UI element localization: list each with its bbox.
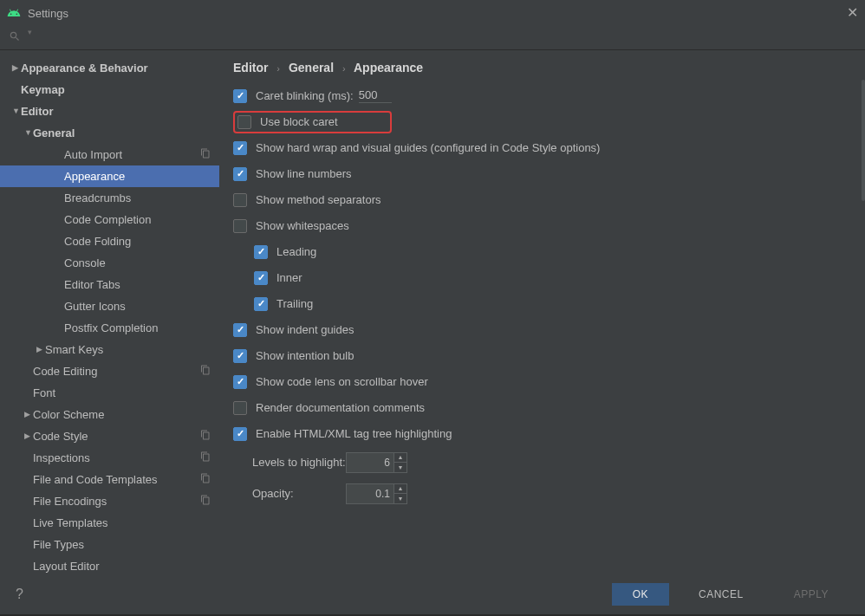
leading-checkbox[interactable] xyxy=(254,245,268,259)
spinner-up-icon[interactable]: ▲ xyxy=(394,484,406,494)
close-icon[interactable]: ✕ xyxy=(847,4,858,21)
opacity-label: Opacity: xyxy=(252,487,346,500)
sidebar-item-code-editing[interactable]: Code Editing xyxy=(0,360,219,382)
inner-checkbox[interactable] xyxy=(254,271,268,285)
window-title: Settings xyxy=(28,7,68,20)
show-intention-bulb-checkbox[interactable] xyxy=(233,349,247,363)
highlight-box: Use block caret xyxy=(233,111,392,133)
sidebar-item-label: Appearance xyxy=(64,170,125,183)
caret-right-icon xyxy=(24,410,33,418)
enable-html-label: Enable HTML/XML tag tree highlighting xyxy=(256,427,452,440)
main-panel: Editor › General › Appearance Caret blin… xyxy=(219,50,865,575)
sidebar-item-label: Editor xyxy=(21,105,54,118)
render-doc-checkbox[interactable] xyxy=(233,401,247,415)
render-doc-label: Render documentation comments xyxy=(256,401,425,414)
show-method-separators-label: Show method separators xyxy=(256,193,381,206)
sidebar-item-inspections[interactable]: Inspections xyxy=(0,447,219,469)
sidebar-item-label: Font xyxy=(33,386,55,399)
android-icon xyxy=(7,6,21,20)
sidebar-item-label: General xyxy=(33,126,75,139)
sidebar-item-file-encodings[interactable]: File Encodings xyxy=(0,490,219,512)
sidebar-item-label: Editor Tabs xyxy=(64,278,120,291)
copy-icon[interactable] xyxy=(200,451,211,464)
caret-down-icon xyxy=(24,128,33,137)
sidebar-item-label: Inspections xyxy=(33,451,90,464)
sidebar-item-general[interactable]: General xyxy=(0,122,219,144)
show-line-numbers-checkbox[interactable] xyxy=(233,167,247,181)
sidebar-item-code-folding[interactable]: Code Folding xyxy=(0,230,219,252)
sidebar-item-code-completion[interactable]: Code Completion xyxy=(0,209,219,230)
enable-html-checkbox[interactable] xyxy=(233,427,247,441)
show-line-numbers-label: Show line numbers xyxy=(256,167,352,180)
chevron-right-icon: › xyxy=(342,63,346,74)
levels-label: Levels to highlight: xyxy=(252,456,346,469)
settings-sidebar[interactable]: Appearance & BehaviorKeymapEditorGeneral… xyxy=(0,50,219,575)
sidebar-item-font[interactable]: Font xyxy=(0,382,219,404)
sidebar-item-smart-keys[interactable]: Smart Keys xyxy=(0,339,219,360)
sidebar-item-label: Gutter Icons xyxy=(64,300,126,313)
caret-blinking-label: Caret blinking (ms): xyxy=(256,89,354,102)
leading-row: Leading xyxy=(233,239,851,265)
spinner-up-icon[interactable]: ▲ xyxy=(394,453,406,463)
scrollbar[interactable] xyxy=(862,80,865,575)
enable-html-row: Enable HTML/XML tag tree highlighting xyxy=(233,421,851,447)
sidebar-item-gutter-icons[interactable]: Gutter Icons xyxy=(0,295,219,317)
show-method-separators-checkbox[interactable] xyxy=(233,193,247,207)
show-hard-wrap-label: Show hard wrap and visual guides (config… xyxy=(256,141,600,154)
copy-icon[interactable] xyxy=(200,473,211,486)
cancel-button[interactable]: CANCEL xyxy=(678,583,764,606)
trailing-checkbox[interactable] xyxy=(254,297,268,311)
caret-right-icon xyxy=(36,345,45,353)
sidebar-item-postfix-completion[interactable]: Postfix Completion xyxy=(0,317,219,339)
sidebar-item-code-style[interactable]: Code Style xyxy=(0,425,219,447)
sidebar-item-editor-tabs[interactable]: Editor Tabs xyxy=(0,274,219,295)
caret-blinking-value[interactable]: 500 xyxy=(359,88,392,103)
breadcrumb-general[interactable]: General xyxy=(289,61,334,75)
help-icon[interactable]: ? xyxy=(16,587,23,602)
sidebar-item-label: Code Style xyxy=(33,430,88,443)
copy-icon[interactable] xyxy=(200,430,211,443)
caret-blinking-checkbox[interactable] xyxy=(233,89,247,103)
use-block-caret-checkbox[interactable] xyxy=(237,115,251,129)
levels-input[interactable] xyxy=(346,452,394,473)
sidebar-item-label: Color Scheme xyxy=(33,408,104,421)
sidebar-item-color-scheme[interactable]: Color Scheme xyxy=(0,404,219,425)
sidebar-item-appearance-behavior[interactable]: Appearance & Behavior xyxy=(0,57,219,79)
show-indent-guides-checkbox[interactable] xyxy=(233,323,247,337)
sidebar-item-label: Code Completion xyxy=(64,213,151,226)
sidebar-item-console[interactable]: Console xyxy=(0,252,219,274)
copy-icon[interactable] xyxy=(200,365,211,378)
opacity-spinner[interactable]: ▲ ▼ xyxy=(394,483,407,504)
sidebar-item-label: Live Templates xyxy=(33,516,107,529)
show-whitespaces-checkbox[interactable] xyxy=(233,219,247,233)
search-icon[interactable] xyxy=(9,29,32,42)
sidebar-item-label: File and Code Templates xyxy=(33,473,158,486)
sidebar-item-label: Code Folding xyxy=(64,235,131,248)
spinner-down-icon[interactable]: ▼ xyxy=(394,463,406,472)
sidebar-item-file-and-code-templates[interactable]: File and Code Templates xyxy=(0,469,219,490)
levels-spinner[interactable]: ▲ ▼ xyxy=(394,452,407,473)
ok-button[interactable]: OK xyxy=(612,583,669,606)
sidebar-item-appearance[interactable]: Appearance xyxy=(0,165,219,187)
opacity-input[interactable] xyxy=(346,483,394,504)
titlebar: Settings ✕ xyxy=(0,0,865,26)
show-indent-guides-row: Show indent guides xyxy=(233,317,851,343)
sidebar-item-live-templates[interactable]: Live Templates xyxy=(0,512,219,534)
sidebar-item-label: Smart Keys xyxy=(45,343,103,356)
chevron-right-icon: › xyxy=(276,63,280,74)
sidebar-item-auto-import[interactable]: Auto Import xyxy=(0,144,219,165)
sidebar-item-keymap[interactable]: Keymap xyxy=(0,79,219,101)
show-code-lens-checkbox[interactable] xyxy=(233,375,247,389)
sidebar-item-label: Keymap xyxy=(21,83,65,96)
sidebar-item-editor[interactable]: Editor xyxy=(0,101,219,122)
sidebar-item-file-types[interactable]: File Types xyxy=(0,534,219,555)
spinner-down-icon[interactable]: ▼ xyxy=(394,494,406,503)
breadcrumb: Editor › General › Appearance xyxy=(219,50,865,80)
copy-icon[interactable] xyxy=(200,148,211,161)
sidebar-item-breadcrumbs[interactable]: Breadcrumbs xyxy=(0,187,219,209)
copy-icon[interactable] xyxy=(200,495,211,508)
breadcrumb-editor[interactable]: Editor xyxy=(233,61,268,75)
sidebar-item-layout-editor[interactable]: Layout Editor xyxy=(0,555,219,575)
show-hard-wrap-checkbox[interactable] xyxy=(233,141,247,155)
apply-button[interactable]: APPLY xyxy=(773,583,849,606)
